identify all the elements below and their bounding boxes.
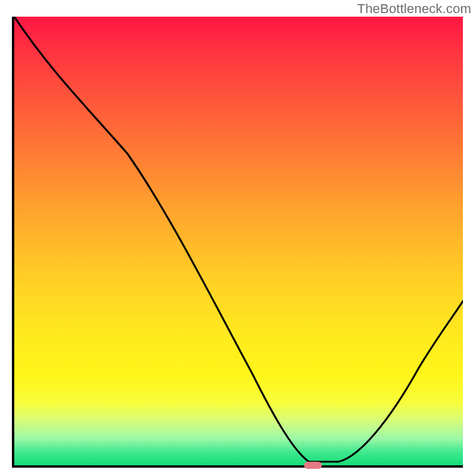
plot-area [12, 17, 463, 468]
optimal-marker [304, 462, 322, 469]
chart-canvas: TheBottleneck.com [0, 0, 476, 476]
watermark-text: TheBottleneck.com [357, 1, 471, 17]
severity-gradient [14, 17, 463, 465]
